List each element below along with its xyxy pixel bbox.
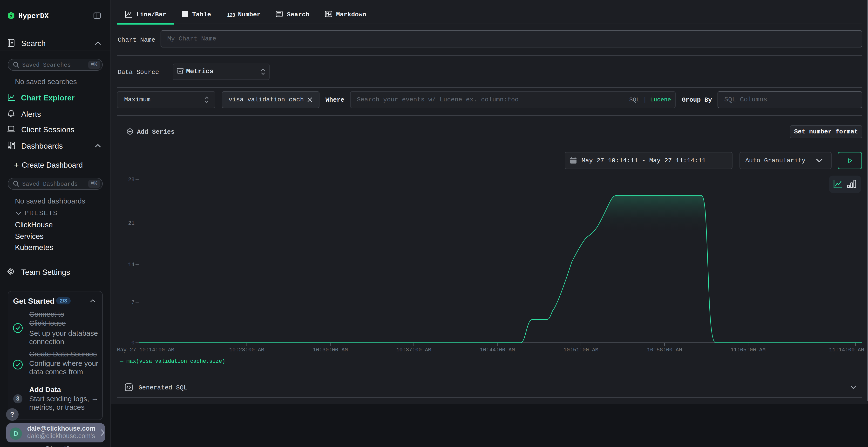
svg-text:May 27 10:14:00 AM: May 27 10:14:00 AM <box>117 347 174 353</box>
svg-text:28: 28 <box>128 177 134 183</box>
svg-text:10:58:00 AM: 10:58:00 AM <box>647 347 682 353</box>
svg-text:14: 14 <box>128 262 134 268</box>
svg-text:21: 21 <box>128 220 134 227</box>
svg-text:7: 7 <box>131 300 134 306</box>
svg-text:11:14:00 AM: 11:14:00 AM <box>829 347 864 353</box>
svg-text:11:05:00 AM: 11:05:00 AM <box>731 347 766 353</box>
svg-text:10:44:00 AM: 10:44:00 AM <box>480 347 515 353</box>
svg-text:0: 0 <box>131 340 134 346</box>
svg-text:10:51:00 AM: 10:51:00 AM <box>563 347 598 353</box>
svg-text:10:37:00 AM: 10:37:00 AM <box>396 347 431 353</box>
svg-text:10:23:00 AM: 10:23:00 AM <box>229 347 264 353</box>
svg-text:10:30:00 AM: 10:30:00 AM <box>313 347 348 353</box>
